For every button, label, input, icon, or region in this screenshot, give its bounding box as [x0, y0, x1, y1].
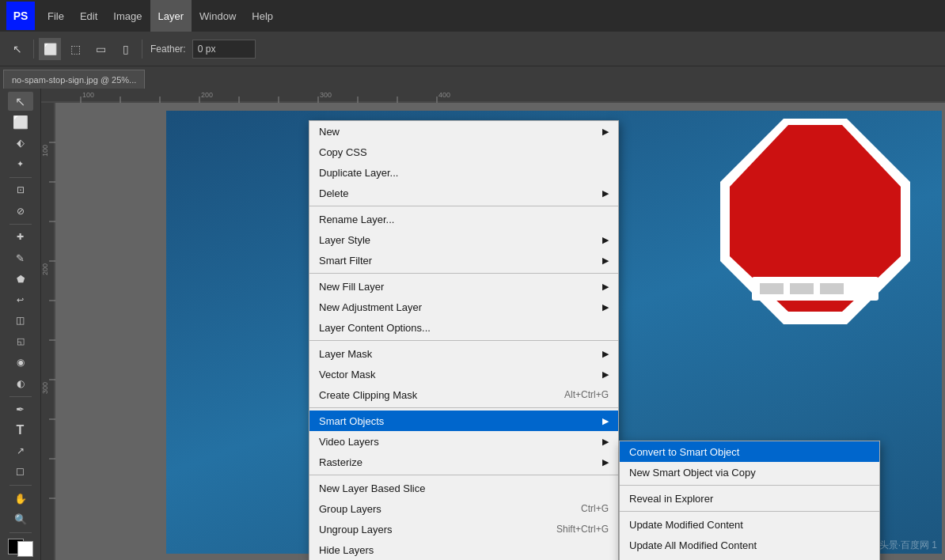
tool-sep-2	[9, 224, 32, 225]
toolbar-ellipse-icon[interactable]: ⬚	[64, 38, 86, 60]
menu-video-layers[interactable]: Video Layers ▶	[309, 431, 618, 452]
submenu-new-via-copy[interactable]: New Smart Object via Copy	[620, 462, 879, 482]
feather-input[interactable]	[192, 40, 256, 59]
toolbar-sep-1	[33, 40, 34, 59]
menu-new-adj-arrow: ▶	[602, 302, 609, 312]
menu-smart-filter-label: Smart Filter	[319, 255, 596, 267]
menu-sep-2	[309, 273, 618, 274]
svg-text:200: 200	[41, 263, 49, 275]
menu-sep-5	[309, 475, 618, 475]
ps-logo: PS	[6, 2, 35, 30]
menu-new-fill-label: New Fill Layer	[319, 281, 596, 293]
tool-path-select[interactable]: ↗	[8, 441, 33, 460]
menu-edit[interactable]: Edit	[72, 0, 105, 32]
menu-hide[interactable]: Hide Layers	[309, 539, 618, 560]
menu-group-label: Group Layers	[319, 503, 581, 515]
menu-vector-mask-label: Vector Mask	[319, 369, 596, 380]
tool-shape[interactable]: ☐	[8, 463, 33, 482]
menu-smart-objects-label: Smart Objects	[319, 415, 596, 427]
svg-text:100: 100	[82, 91, 94, 99]
menu-new[interactable]: New ▶	[309, 121, 618, 142]
submenu-sep-2	[620, 511, 879, 512]
menu-ungroup[interactable]: Ungroup Layers Shift+Ctrl+G	[309, 519, 618, 539]
left-panel: ↖ ⬜ ⬖ ✦ ⊡ ⊘ ✚ ✎ ⬟ ↩ ◫ ◱ ◉ ◐ ✒ T ↗ ☐ ✋ 🔍	[0, 89, 41, 560]
toolbar-move-icon[interactable]: ↖	[6, 38, 28, 60]
toolbar-rect-icon[interactable]: ⬜	[39, 38, 61, 60]
menu-delete[interactable]: Delete ▶	[309, 183, 618, 203]
menu-smart-objects[interactable]: Smart Objects ▶	[309, 411, 618, 431]
menu-copy-css-label: Copy CSS	[319, 146, 609, 158]
menu-help[interactable]: Help	[244, 0, 281, 32]
tool-move[interactable]: ↖	[8, 92, 33, 111]
svg-text:300: 300	[320, 91, 332, 99]
tool-history-brush[interactable]: ↩	[8, 290, 33, 309]
smart-objects-submenu: Convert to Smart Object New Smart Object…	[619, 441, 880, 560]
color-swatches[interactable]	[8, 539, 33, 557]
svg-rect-0	[41, 89, 945, 103]
menu-layer-mask[interactable]: Layer Mask ▶	[309, 343, 618, 364]
menu-duplicate[interactable]: Duplicate Layer...	[309, 162, 618, 183]
menu-smart-filter-arrow: ▶	[602, 255, 609, 266]
tool-pen[interactable]: ✒	[8, 400, 33, 419]
submenu-convert-label: Convert to Smart Object	[629, 446, 870, 458]
menu-rasterize[interactable]: Rasterize ▶	[309, 452, 618, 472]
svg-rect-36	[820, 283, 844, 294]
tool-stamp[interactable]: ⬟	[8, 270, 33, 289]
tool-blur[interactable]: ◉	[8, 353, 33, 372]
menu-new-arrow: ▶	[602, 127, 609, 137]
document-tab[interactable]: no-spam-stop-sign.jpg @ 25%...	[3, 70, 145, 89]
submenu-update-modified[interactable]: Update Modified Content	[620, 514, 879, 535]
toolbar-col-icon[interactable]: ▭	[89, 38, 112, 60]
menu-new-fill[interactable]: New Fill Layer ▶	[309, 276, 618, 297]
tool-dodge[interactable]: ◐	[8, 373, 33, 392]
menu-ungroup-label: Ungroup Layers	[319, 524, 556, 535]
menubar-items: File Edit Image Layer Window Help	[40, 0, 281, 32]
tool-heal[interactable]: ✚	[8, 228, 33, 247]
tool-sep-4	[9, 485, 32, 486]
menu-copy-css[interactable]: Copy CSS	[309, 142, 618, 162]
tool-eyedropper[interactable]: ⊘	[8, 202, 33, 221]
menu-new-adj[interactable]: New Adjustment Layer ▶	[309, 297, 618, 317]
menu-vector-mask-arrow: ▶	[602, 369, 609, 380]
menu-new-slice[interactable]: New Layer Based Slice	[309, 478, 618, 498]
tool-text[interactable]: T	[8, 421, 33, 440]
menu-rename[interactable]: Rename Layer...	[309, 209, 618, 229]
ruler-horizontal: 100 200 300 400	[41, 89, 945, 103]
menu-hide-label: Hide Layers	[319, 544, 609, 556]
menu-clipping-mask[interactable]: Create Clipping Mask Alt+Ctrl+G	[309, 384, 618, 405]
menu-sep-4	[309, 407, 618, 408]
menu-layer-style[interactable]: Layer Style ▶	[309, 229, 618, 250]
submenu-update-all[interactable]: Update All Modified Content	[620, 535, 879, 555]
menu-vector-mask[interactable]: Vector Mask ▶	[309, 364, 618, 384]
toolbar-row-icon[interactable]: ▯	[115, 38, 137, 60]
svg-text:300: 300	[41, 382, 49, 394]
tool-hand[interactable]: ✋	[8, 489, 33, 508]
menu-image[interactable]: Image	[105, 0, 150, 32]
tool-crop[interactable]: ⊡	[8, 180, 33, 199]
tool-magic-wand[interactable]: ✦	[8, 154, 33, 173]
menu-window[interactable]: Window	[192, 0, 244, 32]
toolbar-sep-2	[142, 40, 142, 59]
submenu-resolve[interactable]: Resolve Broken Link...	[620, 555, 879, 560]
menu-sep-1	[309, 206, 618, 206]
tool-eraser[interactable]: ◫	[8, 311, 33, 330]
menu-layer-mask-arrow: ▶	[602, 349, 609, 359]
menu-video-layers-arrow: ▶	[602, 437, 609, 447]
submenu-reveal[interactable]: Reveal in Explorer	[620, 488, 879, 509]
menu-file[interactable]: File	[40, 0, 72, 32]
menu-layer[interactable]: Layer	[150, 0, 192, 32]
menu-rename-label: Rename Layer...	[319, 214, 609, 225]
menu-smart-objects-arrow: ▶	[602, 416, 609, 426]
menu-group[interactable]: Group Layers Ctrl+G	[309, 498, 618, 519]
tool-sep-3	[9, 396, 32, 397]
menu-layer-content[interactable]: Layer Content Options...	[309, 317, 618, 338]
tool-marquee[interactable]: ⬜	[8, 112, 33, 131]
tool-gradient[interactable]: ◱	[8, 332, 33, 351]
submenu-convert[interactable]: Convert to Smart Object	[620, 441, 879, 462]
tool-sep-1	[9, 177, 32, 178]
tool-lasso[interactable]: ⬖	[8, 134, 33, 153]
menu-smart-filter[interactable]: Smart Filter ▶	[309, 250, 618, 271]
tool-brush[interactable]: ✎	[8, 248, 33, 267]
tool-zoom[interactable]: 🔍	[8, 509, 33, 528]
canvas-area: 100 200 300 400	[41, 89, 945, 560]
